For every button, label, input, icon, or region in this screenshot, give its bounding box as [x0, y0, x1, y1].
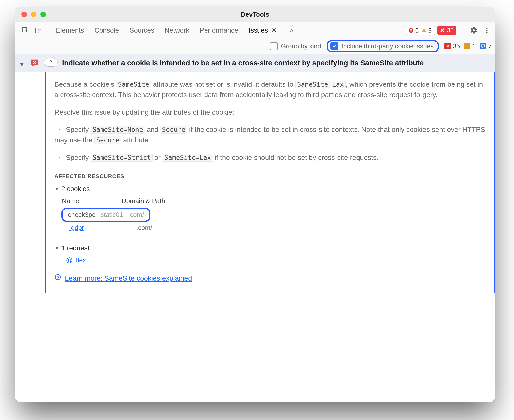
issue-kind-counters: ✕ 35 ! 1 7 — [444, 43, 492, 50]
requests-section-title: 1 request — [61, 243, 90, 253]
cookie-name-link[interactable]: -gdpr — [69, 223, 84, 233]
issue-body: Because a cookie's SameSite attribute wa… — [45, 72, 495, 293]
improvement-icon — [480, 43, 486, 49]
traffic-lights — [21, 12, 46, 17]
affected-resources-label: AFFECTED RESOURCES — [54, 172, 485, 180]
breaking-changes-counter[interactable]: ! 1 — [464, 43, 476, 50]
cookie-domain: static01. .com/ — [101, 210, 144, 220]
cookies-section-title: 2 cookies — [61, 184, 90, 194]
svg-point-8 — [486, 32, 488, 33]
close-window-button[interactable] — [21, 12, 27, 17]
tab-console[interactable]: Console — [95, 27, 119, 34]
caret-down-icon: ▼ — [54, 244, 59, 252]
minimize-window-button[interactable] — [31, 12, 36, 17]
network-request-icon — [66, 257, 73, 264]
issue-bullet-2: → Specify SameSite=Strict or SameSite=La… — [54, 152, 485, 163]
inspect-element-icon[interactable] — [19, 25, 31, 36]
more-tabs-icon[interactable]: » — [287, 25, 295, 36]
window-title: DevTools — [15, 11, 495, 18]
include-third-party-label: Include third-party cookie issues — [341, 42, 434, 50]
error-count: 6 — [415, 27, 419, 34]
device-toolbar-icon[interactable] — [32, 25, 44, 36]
page-error-icon: ✕ — [444, 43, 451, 49]
checkbox-unchecked-icon — [270, 42, 278, 50]
console-counters[interactable]: 6 9 ✕ 35 — [406, 26, 456, 35]
page-errors-counter[interactable]: ✕ 35 — [444, 43, 460, 50]
svg-point-9 — [67, 258, 72, 263]
issues-counter-x-icon: ✕ — [440, 27, 445, 34]
group-by-kind-checkbox[interactable]: Group by kind — [270, 42, 321, 50]
col-domain: Domain & Path — [122, 196, 165, 206]
warning-icon — [421, 28, 427, 33]
requests-list: flex — [64, 255, 485, 266]
issue-paragraph-1: Because a cookie's SameSite attribute wa… — [54, 79, 485, 100]
svg-point-7 — [486, 30, 488, 31]
issues-panel: ▼ 2 Indicate whether a cookie is intende… — [15, 54, 495, 402]
cookies-section-header[interactable]: ▼ 2 cookies — [54, 184, 485, 194]
svg-point-6 — [486, 28, 488, 29]
console-counter-pill[interactable]: 6 9 — [406, 26, 435, 35]
cookie-row-highlighted: ·check3pc static01. .com/ — [61, 207, 485, 222]
learn-more-row: Learn more: SameSite cookies explained — [54, 273, 485, 284]
improvements-counter[interactable]: 7 — [480, 43, 492, 50]
issue-kind-icon — [29, 58, 39, 68]
group-by-kind-label: Group by kind — [281, 42, 321, 50]
learn-more-link[interactable]: Learn more: SameSite cookies explained — [65, 273, 192, 284]
toolbar-divider — [50, 26, 50, 35]
include-third-party-checkbox[interactable]: Include third-party cookie issues — [330, 42, 434, 50]
error-icon — [408, 28, 414, 33]
issues-counter-value: 35 — [447, 27, 454, 34]
cookie-row[interactable]: -gdpr .com/ — [69, 222, 485, 233]
svg-point-10 — [55, 275, 61, 280]
issue-count-chip: 2 — [44, 58, 58, 67]
tab-performance[interactable]: Performance — [200, 27, 238, 34]
tab-issues-label: Issues — [249, 27, 268, 34]
settings-icon[interactable] — [468, 25, 480, 36]
cookie-name: ·check3pc — [66, 210, 95, 220]
expand-issue-caret-icon[interactable]: ▼ — [19, 61, 25, 68]
breaking-change-count: 1 — [472, 43, 476, 50]
arrow-right-icon: → — [54, 126, 61, 133]
issue-header[interactable]: ▼ 2 Indicate whether a cookie is intende… — [15, 54, 495, 72]
issue-title: Indicate whether a cookie is intended to… — [62, 58, 424, 68]
svg-rect-2 — [38, 29, 41, 33]
svg-rect-4 — [424, 30, 424, 31]
main-toolbar: Elements Console Sources Network Perform… — [15, 22, 495, 39]
issue-paragraph-2: Resolve this issue by updating the attri… — [54, 107, 485, 118]
title-bar: DevTools — [15, 7, 495, 22]
cookies-table-head: Name Domain & Path — [62, 196, 485, 206]
tab-issues[interactable]: Issues ✕ — [249, 27, 277, 34]
issues-toolbar: Group by kind Include third-party cookie… — [15, 39, 495, 54]
arrow-right-icon: → — [54, 154, 61, 161]
requests-section-header[interactable]: ▼ 1 request — [54, 243, 485, 253]
cookies-table: Name Domain & Path ·check3pc static01. .… — [59, 196, 485, 233]
request-row[interactable]: flex — [66, 255, 485, 266]
page-error-count: 35 — [453, 43, 460, 50]
tab-network[interactable]: Network — [165, 27, 189, 34]
caret-down-icon: ▼ — [54, 185, 59, 193]
issues-counter-box[interactable]: ✕ 35 — [437, 26, 456, 35]
improvement-count: 7 — [488, 43, 492, 50]
devtools-window: DevTools Elements Console Sources — [15, 7, 495, 402]
include-third-party-highlight: Include third-party cookie issues — [327, 40, 439, 52]
toolbar-divider-2 — [462, 26, 462, 35]
breaking-change-icon: ! — [464, 43, 470, 49]
warning-count: 9 — [428, 27, 432, 34]
maximize-window-button[interactable] — [40, 12, 46, 17]
tab-sources[interactable]: Sources — [130, 27, 154, 34]
learn-more-arrow-icon — [54, 273, 61, 284]
checkbox-checked-icon — [330, 42, 338, 50]
tab-elements[interactable]: Elements — [56, 27, 84, 34]
col-name: Name — [62, 196, 104, 206]
svg-rect-5 — [424, 31, 424, 32]
request-name-link[interactable]: flex — [76, 255, 86, 265]
close-tab-icon[interactable]: ✕ — [271, 27, 277, 34]
issue-bullet-1: → Specify SameSite=None and Secure if th… — [54, 125, 485, 145]
cookie-domain: .com/ — [136, 223, 152, 233]
kebab-menu-icon[interactable] — [481, 25, 493, 36]
panel-tabs: Elements Console Sources Network Perform… — [56, 25, 295, 36]
cookie-row-highlight[interactable]: ·check3pc static01. .com/ — [61, 208, 150, 222]
